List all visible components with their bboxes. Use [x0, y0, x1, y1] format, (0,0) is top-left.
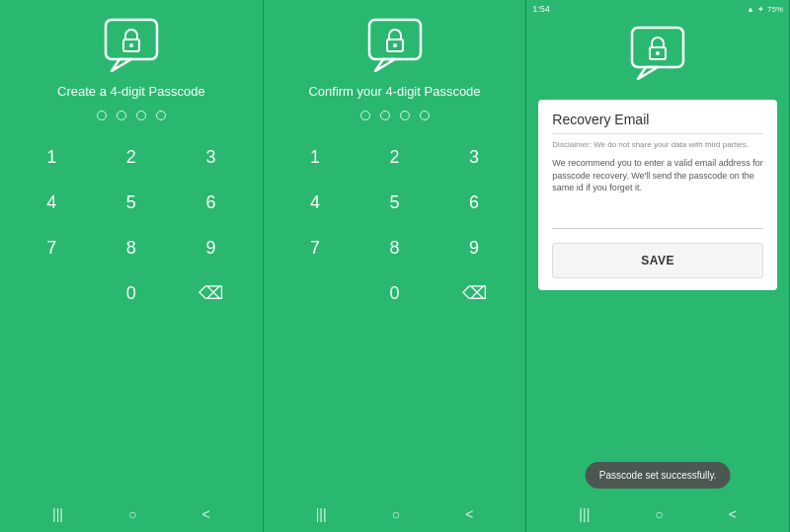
recovery-card: Recovery Email Disclaimer: We do not sha… — [538, 100, 777, 290]
dot-c-1 — [360, 111, 370, 120]
key-backspace[interactable]: ⌫ — [171, 270, 251, 316]
key-0[interactable]: 0 — [92, 270, 172, 316]
dot-1 — [97, 111, 107, 120]
signal-icon: ▲ — [747, 5, 754, 14]
screen2-nav: ||| ○ < — [264, 496, 526, 532]
key-c-3[interactable]: 3 — [434, 134, 514, 180]
key-c-2[interactable]: 2 — [355, 134, 434, 180]
dot-3 — [136, 111, 146, 120]
key-c-9[interactable]: 9 — [434, 225, 514, 270]
dot-c-2 — [380, 111, 390, 120]
dot-c-3 — [400, 111, 410, 120]
key-c-0[interactable]: 0 — [355, 270, 434, 316]
status-bar: 1:54 ▲ ✦ 75% — [526, 0, 789, 18]
nav-home-btn-1[interactable]: ○ — [120, 502, 144, 526]
nav-home-btn-3[interactable]: ○ — [647, 502, 671, 526]
backspace-icon: ⌫ — [198, 282, 223, 304]
wifi-icon: ✦ — [757, 5, 764, 14]
passcode-dots-1 — [97, 111, 166, 120]
key-8[interactable]: 8 — [92, 225, 172, 270]
passcode-dots-2 — [360, 111, 430, 120]
recovery-description: We recommend you to enter a valid email … — [552, 157, 763, 194]
recovery-disclaimer: Disclaimer: We do not share your data wi… — [552, 140, 763, 149]
key-c-1[interactable]: 1 — [276, 134, 356, 180]
key-c-6[interactable]: 6 — [434, 180, 514, 225]
key-c-8[interactable]: 8 — [355, 225, 434, 270]
screen3-nav: ||| ○ < — [526, 496, 789, 532]
svg-marker-5 — [375, 59, 395, 71]
nav-back-btn-1[interactable]: < — [194, 502, 217, 526]
key-3[interactable]: 3 — [171, 134, 251, 180]
screen1-content: Create a 4-digit Passcode 1 2 3 4 5 6 7 … — [0, 0, 263, 496]
status-icons: ▲ ✦ 75% — [747, 5, 783, 14]
key-5[interactable]: 5 — [92, 180, 172, 225]
svg-point-3 — [129, 43, 133, 47]
svg-point-7 — [393, 43, 397, 47]
lock-bubble-icon-3 — [628, 26, 687, 80]
dot-4 — [156, 111, 166, 120]
save-button[interactable]: SAVE — [552, 243, 763, 278]
backspace-icon-2: ⌫ — [462, 282, 487, 304]
key-c-4[interactable]: 4 — [276, 180, 356, 225]
key-6[interactable]: 6 — [171, 180, 251, 225]
numpad-1: 1 2 3 4 5 6 7 8 9 0 ⌫ — [12, 134, 251, 316]
recovery-title: Recovery Email — [552, 112, 763, 134]
key-9[interactable]: 9 — [171, 225, 251, 270]
key-7[interactable]: 7 — [12, 225, 92, 270]
screen1-nav: ||| ○ < — [0, 496, 263, 532]
screen2-content: Confirm your 4-digit Passcode 1 2 3 4 5 … — [264, 0, 526, 496]
recovery-email-screen: 1:54 ▲ ✦ 75% Recovery Email Disclaimer: … — [526, 0, 790, 532]
status-time: 1:54 — [532, 4, 550, 14]
key-c-7[interactable]: 7 — [276, 225, 356, 270]
key-1[interactable]: 1 — [12, 134, 92, 180]
nav-back-btn-3[interactable]: < — [721, 502, 745, 526]
dot-c-4 — [420, 111, 430, 120]
key-empty — [12, 270, 92, 316]
key-4[interactable]: 4 — [12, 180, 92, 225]
key-c-backspace[interactable]: ⌫ — [434, 270, 514, 316]
nav-menu-btn-1[interactable]: ||| — [44, 502, 71, 526]
nav-back-btn-2[interactable]: < — [457, 502, 481, 526]
nav-home-btn-2[interactable]: ○ — [384, 502, 408, 526]
svg-marker-9 — [638, 67, 658, 79]
screen3-content: Recovery Email Disclaimer: We do not sha… — [526, 18, 789, 496]
email-input[interactable] — [552, 208, 763, 229]
svg-point-11 — [656, 51, 660, 55]
confirm-passcode-screen: Confirm your 4-digit Passcode 1 2 3 4 5 … — [264, 0, 527, 532]
svg-marker-1 — [112, 59, 131, 71]
screen1-title: Create a 4-digit Passcode — [57, 84, 205, 99]
key-c-5[interactable]: 5 — [355, 180, 434, 225]
dot-2 — [117, 111, 126, 120]
key-2[interactable]: 2 — [92, 134, 172, 180]
nav-menu-btn-3[interactable]: ||| — [571, 502, 597, 526]
passcode-toast: Passcode set successfully. — [586, 462, 731, 489]
screen2-title: Confirm your 4-digit Passcode — [308, 84, 480, 99]
create-passcode-screen: Create a 4-digit Passcode 1 2 3 4 5 6 7 … — [0, 0, 264, 532]
key-c-empty — [276, 270, 356, 316]
nav-menu-btn-2[interactable]: ||| — [308, 502, 335, 526]
battery-icon: 75% — [767, 5, 783, 14]
lock-bubble-icon — [102, 18, 161, 72]
lock-bubble-icon-2 — [365, 18, 425, 72]
numpad-2: 1 2 3 4 5 6 7 8 9 0 ⌫ — [276, 134, 514, 316]
